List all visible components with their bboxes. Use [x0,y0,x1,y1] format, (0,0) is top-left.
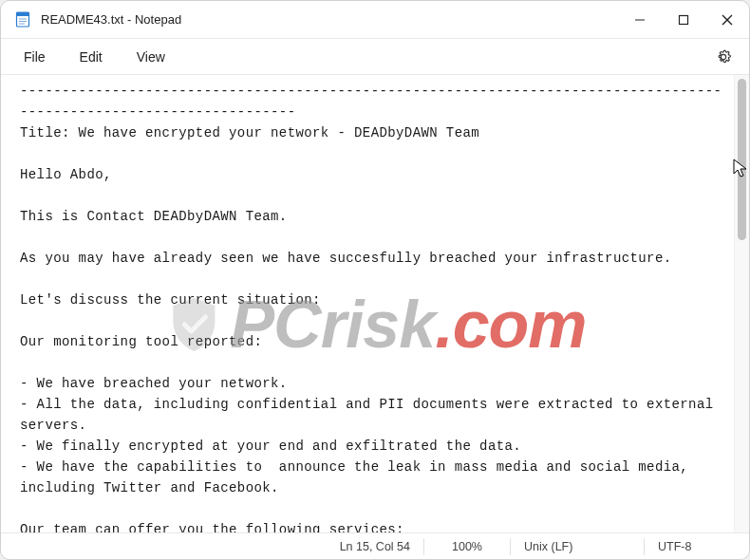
svg-rect-1 [16,12,28,16]
vertical-scrollbar[interactable] [734,75,749,532]
gear-icon [715,48,732,65]
text-editor[interactable]: ----------------------------------------… [1,75,734,532]
menu-view[interactable]: View [120,44,182,70]
minimize-button[interactable] [618,1,662,39]
titlebar: README43.txt - Notepad [1,1,749,39]
close-icon [722,14,733,26]
menubar: File Edit View [1,39,749,75]
window-title: README43.txt - Notepad [41,12,181,27]
minimize-icon [634,14,646,26]
notepad-window: README43.txt - Notepad File Edit View [0,0,750,560]
notepad-app-icon [14,11,31,28]
svg-rect-6 [680,15,688,24]
editor-area: ----------------------------------------… [1,75,749,532]
maximize-icon [678,14,689,26]
scrollbar-thumb[interactable] [738,79,746,240]
menu-file[interactable]: File [7,44,63,70]
status-encoding: UTF-8 [645,533,749,559]
status-cursor-position: Ln 15, Col 54 [327,533,423,559]
statusbar: Ln 15, Col 54 100% Unix (LF) UTF-8 [1,532,749,559]
settings-button[interactable] [707,41,740,73]
menu-edit[interactable]: Edit [63,44,120,70]
maximize-button[interactable] [662,1,705,39]
status-line-ending: Unix (LF) [511,533,644,559]
close-button[interactable] [705,1,749,39]
status-zoom[interactable]: 100% [424,533,510,559]
